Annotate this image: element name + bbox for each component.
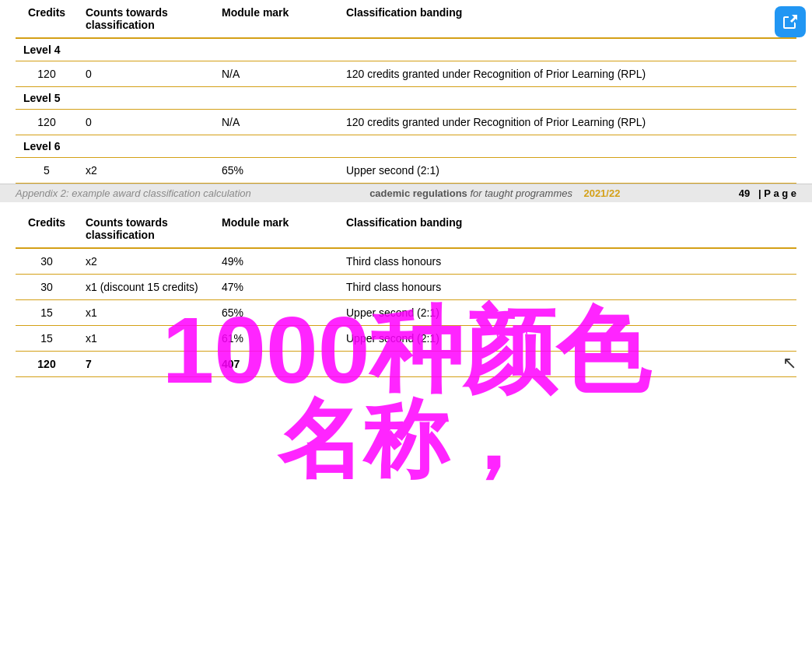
counts-cell: x2 (78, 248, 214, 275)
top-table-section: Credits Counts towards classification Mo… (0, 0, 812, 184)
watermark-line2: 名称， (163, 397, 650, 482)
col-header-mark-2: Module mark (214, 210, 338, 248)
band-cell: Upper second (2:1) (338, 326, 796, 352)
bottom-classification-table: Credits Counts towards classification Mo… (16, 210, 796, 377)
mark-cell-total: 407 (214, 352, 338, 377)
footer-page: 49 | P a g e (739, 187, 796, 199)
mark-cell: 49% (214, 248, 338, 275)
level-6-label: Level 6 (16, 135, 796, 158)
level-6-header: Level 6 (16, 135, 796, 158)
table-row: 30 x2 49% Third class honours (16, 248, 796, 275)
band-cell: 120 credits granted under Recognition of… (338, 110, 796, 135)
col-header-mark: Module mark (214, 0, 338, 38)
credits-cell: 5 (16, 158, 78, 184)
mark-cell: 61% (214, 326, 338, 352)
counts-cell-total: 7 (78, 352, 214, 377)
col-header-band-2: Classification banding (338, 210, 796, 248)
mark-cell: 65% (214, 300, 338, 326)
counts-cell: x2 (78, 158, 214, 184)
mark-cell: N/A (214, 61, 338, 87)
col-header-counts: Counts towards classification (78, 0, 214, 38)
counts-cell: x1 (discount 15 credits) (78, 275, 214, 300)
counts-cell: x1 (78, 326, 214, 352)
counts-cell: x1 (78, 300, 214, 326)
credits-cell: 30 (16, 248, 78, 275)
top-classification-table: Credits Counts towards classification Mo… (16, 0, 796, 184)
col-header-credits-2: Credits (16, 210, 78, 248)
band-cell: Upper second (2:1) (338, 300, 796, 326)
band-cell: Third class honours (338, 248, 796, 275)
mark-cell: 65% (214, 158, 338, 184)
external-link-icon[interactable] (775, 6, 806, 37)
table-row: 120 0 N/A 120 credits granted under Reco… (16, 61, 796, 87)
counts-cell: 0 (78, 110, 214, 135)
band-cell-total (338, 352, 796, 377)
level-4-header: Level 4 (16, 38, 796, 61)
level-5-header: Level 5 (16, 87, 796, 110)
band-cell: Third class honours (338, 275, 796, 300)
footer-year: 2021/22 (583, 187, 620, 199)
table-row: 5 x2 65% Upper second (2:1) (16, 158, 796, 184)
table-row-total: 120 7 407 (16, 352, 796, 377)
mark-cell: N/A (214, 110, 338, 135)
footer-left: Appendix 2: example award classification… (16, 187, 251, 199)
footer-italic: for taught programmes (467, 187, 572, 199)
appendix-text: Appendix 2: example award classification… (16, 187, 251, 199)
counts-cell: 0 (78, 61, 214, 87)
page-suffix: | P a g e (758, 187, 796, 199)
footer-center: cademic regulations for taught programme… (369, 187, 620, 199)
watermark-overlay-section: 1000种颜色 名称， ↖ Credits Counts towards cla… (0, 202, 812, 583)
credits-cell: 30 (16, 275, 78, 300)
bottom-table-section: Credits Counts towards classification Mo… (0, 202, 812, 377)
col-header-credits: Credits (16, 0, 78, 38)
band-cell: 120 credits granted under Recognition of… (338, 61, 796, 87)
credits-cell: 120 (16, 61, 78, 87)
mark-cell: 47% (214, 275, 338, 300)
table-row: 15 x1 65% Upper second (2:1) (16, 300, 796, 326)
page-number: 49 (739, 187, 750, 199)
credits-cell: 120 (16, 110, 78, 135)
band-cell: Upper second (2:1) (338, 158, 796, 184)
col-header-band: Classification banding (338, 0, 796, 38)
credits-cell-total: 120 (16, 352, 78, 377)
table-row: 120 0 N/A 120 credits granted under Reco… (16, 110, 796, 135)
page-footer: Appendix 2: example award classification… (0, 184, 812, 202)
col-header-counts-2: Counts towards classification (78, 210, 214, 248)
credits-cell: 15 (16, 326, 78, 352)
table-row: 30 x1 (discount 15 credits) 47% Third cl… (16, 275, 796, 300)
footer-bold: cademic regulations (369, 187, 467, 199)
table-row: 15 x1 61% Upper second (2:1) (16, 326, 796, 352)
level-5-label: Level 5 (16, 87, 796, 110)
credits-cell: 15 (16, 300, 78, 326)
level-4-label: Level 4 (16, 38, 796, 61)
